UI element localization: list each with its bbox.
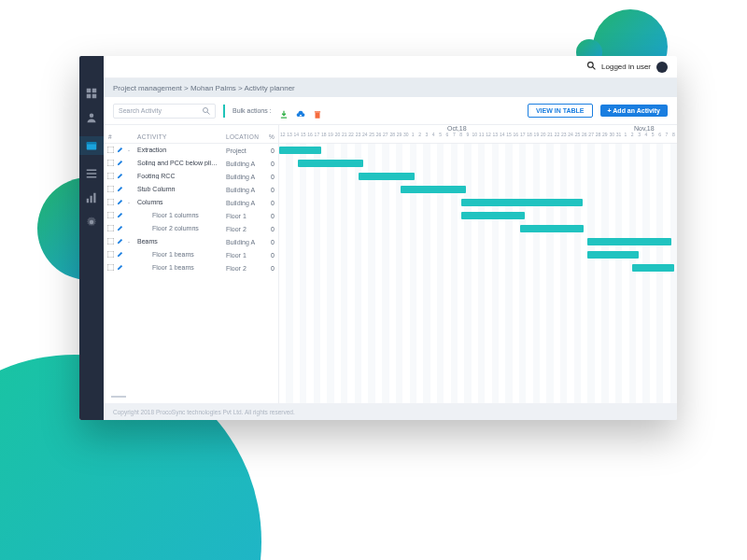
day-cell: 30 — [402, 132, 409, 141]
expand-toggle[interactable]: - — [128, 147, 135, 153]
edit-icon[interactable] — [117, 225, 128, 232]
day-cell: 12 — [485, 132, 491, 141]
activity-location: Floor 2 — [226, 265, 265, 272]
activity-percent: 0 — [265, 226, 278, 232]
svg-point-14 — [588, 63, 594, 68]
search-icon[interactable] — [587, 62, 596, 72]
activity-location: Floor 1 — [226, 213, 265, 219]
activity-row[interactable]: Footing RCCBuilding A0 — [104, 170, 278, 183]
activity-location: Building A — [226, 174, 265, 180]
day-cell: 19 — [327, 132, 333, 141]
row-checkbox[interactable] — [106, 225, 114, 232]
cloud-upload-icon[interactable] — [296, 106, 305, 116]
gantt-bar[interactable] — [298, 160, 363, 167]
bulk-actions — [279, 106, 322, 116]
row-checkbox[interactable] — [106, 264, 114, 272]
gantt-bar[interactable] — [359, 173, 415, 180]
month-label: Oct,18 — [447, 125, 467, 132]
view-in-table-button[interactable]: VIEW IN TABLE — [528, 104, 593, 118]
activity-location: Project — [226, 147, 265, 154]
activity-name: Stub Column — [135, 186, 226, 193]
edit-icon[interactable] — [117, 186, 128, 193]
delete-icon[interactable] — [313, 106, 322, 116]
activity-row[interactable]: -BeamsBuilding A0 — [104, 235, 278, 248]
svg-rect-10 — [87, 199, 89, 203]
col-location-header[interactable]: LOCATION — [226, 133, 265, 140]
row-checkbox[interactable] — [106, 212, 114, 219]
row-checkbox[interactable] — [106, 186, 114, 193]
day-cell: 28 — [389, 132, 396, 141]
avatar[interactable] — [656, 62, 668, 73]
search-icon — [203, 107, 210, 115]
expand-toggle[interactable]: - — [128, 200, 135, 205]
row-checkbox[interactable] — [106, 160, 114, 167]
activity-row[interactable]: Soling and PCC below pli…Building A0 — [104, 157, 278, 170]
row-checkbox[interactable] — [106, 147, 114, 154]
gantt-bar[interactable] — [461, 212, 525, 219]
col-check-header: # — [104, 133, 117, 140]
col-percent-header[interactable]: % — [265, 133, 278, 140]
user-icon[interactable] — [86, 112, 97, 123]
activity-row[interactable]: -ExtractionProject0 — [104, 144, 278, 157]
activity-name: Floor 1 beams — [135, 251, 226, 259]
col-activity-header[interactable]: ACTIVITY — [135, 133, 226, 140]
gantt-bar[interactable] — [520, 225, 584, 232]
edit-icon[interactable] — [117, 264, 128, 272]
row-checkbox[interactable] — [106, 199, 114, 206]
activity-name: Extraction — [135, 147, 226, 154]
activity-rows: -ExtractionProject0Soling and PCC below … — [104, 144, 278, 390]
svg-rect-6 — [87, 142, 97, 144]
copyright-text: Copyright 2018 ProcoSync technologies Pv… — [113, 409, 295, 415]
edit-icon[interactable] — [117, 160, 128, 167]
chart-icon[interactable] — [86, 192, 97, 203]
day-cell: 18 — [526, 132, 532, 141]
activity-row[interactable]: Floor 1 beamsFloor 20 — [104, 261, 278, 274]
gantt-row — [279, 261, 677, 274]
day-cell: 13 — [286, 132, 292, 141]
edit-icon[interactable] — [117, 199, 128, 206]
row-checkbox[interactable] — [106, 238, 114, 245]
grid-header: # ACTIVITY LOCATION % — [104, 125, 278, 144]
planner-icon[interactable] — [79, 136, 104, 155]
row-checkbox[interactable] — [106, 251, 114, 259]
edit-icon[interactable] — [117, 147, 128, 154]
search-input[interactable]: Search Activity — [113, 104, 216, 119]
breadcrumb[interactable]: Project management > Mohan Palms > Activ… — [104, 78, 677, 97]
row-checkbox[interactable] — [106, 173, 114, 180]
gantt-bar[interactable] — [632, 264, 674, 272]
edit-icon[interactable] — [117, 238, 128, 245]
activity-name: Footing RCC — [135, 173, 226, 180]
gantt-row — [279, 248, 677, 261]
edit-icon[interactable] — [117, 173, 128, 180]
activity-row[interactable]: Stub ColumnBuilding A0 — [104, 183, 278, 196]
settings-icon[interactable] — [86, 217, 97, 228]
gantt-bar[interactable] — [587, 238, 671, 245]
expand-toggle[interactable]: - — [128, 239, 135, 245]
day-cell: 6 — [444, 132, 450, 141]
activity-row[interactable]: -ColumnsBuilding A0 — [104, 196, 278, 209]
gantt-row — [279, 196, 677, 209]
day-cell: 22 — [554, 132, 560, 141]
gantt-bar[interactable] — [279, 147, 321, 154]
activity-row[interactable]: Floor 1 beamsFloor 10 — [104, 248, 278, 261]
gantt-body — [279, 144, 677, 403]
list-icon[interactable] — [86, 168, 97, 179]
day-cell: 17 — [519, 132, 526, 141]
activity-row[interactable]: Floor 2 columnsFloor 20 — [104, 222, 278, 235]
day-cell: 18 — [320, 132, 327, 141]
gantt-bar[interactable] — [461, 199, 583, 206]
gantt-pane[interactable]: Oct,18Nov,181213141516171819202122232425… — [279, 125, 677, 403]
day-cell: 16 — [513, 132, 519, 141]
gantt-bar[interactable] — [587, 251, 639, 259]
day-cell: 4 — [430, 132, 437, 141]
add-activity-button[interactable]: + Add an Activity — [600, 105, 668, 117]
toolbar: Search Activity Bulk actions : VIEW IN T… — [104, 97, 677, 125]
activity-name: Beams — [135, 238, 226, 245]
dashboard-icon[interactable] — [86, 88, 97, 99]
day-cell: 15 — [300, 132, 306, 141]
edit-icon[interactable] — [117, 212, 128, 219]
activity-row[interactable]: Floor 1 columnsFloor 10 — [104, 209, 278, 222]
download-icon[interactable] — [279, 106, 289, 116]
gantt-bar[interactable] — [401, 186, 466, 193]
edit-icon[interactable] — [117, 251, 128, 259]
